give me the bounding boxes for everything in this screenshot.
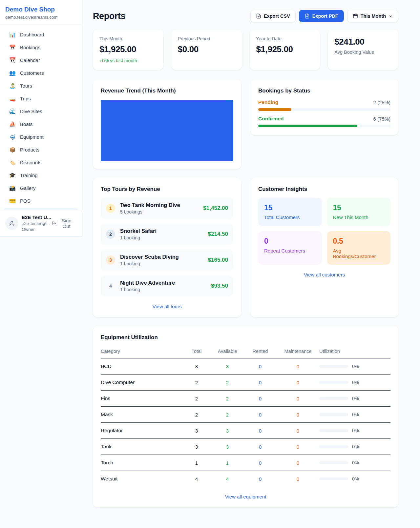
- equipment-utilization-cell: 0%: [319, 471, 390, 487]
- equipment-total: 1: [182, 455, 211, 471]
- sign-out-button[interactable]: Sign Out: [50, 217, 76, 229]
- gallery-icon: 📸: [9, 185, 16, 191]
- header-actions: Export CSV Export PDF This Month: [250, 10, 398, 22]
- status-count: 2 (25%): [373, 100, 390, 105]
- sidebar-item-dive-sites[interactable]: 🌊Dive Sites: [4, 105, 78, 118]
- utilization-bar: [319, 397, 348, 400]
- equipment-available: 2: [211, 407, 244, 423]
- status-bar-fill: [258, 108, 291, 111]
- equipment-category: Wetsuit: [101, 471, 182, 487]
- view-all-equipment-link[interactable]: View all equipment: [101, 494, 390, 499]
- equipment-maintenance: 0: [277, 358, 319, 375]
- equipment-available: 3: [211, 439, 244, 455]
- sidebar-item-dashboard[interactable]: 📊Dashboard: [4, 28, 78, 41]
- shop-header: Demo Dive Shop demo.test.divestreams.com: [0, 0, 82, 25]
- insight-tiles: 15 Total Customers 15 New This Month 0 R…: [258, 198, 390, 265]
- equipment-row: Regulator 3 3 0 0 0%: [101, 423, 390, 439]
- tile-repeat-customers: 0 Repeat Customers: [258, 231, 322, 265]
- utilization-bar: [319, 413, 348, 416]
- discounts-icon: 🏷️: [9, 159, 16, 166]
- equipment-maintenance: 0: [277, 423, 319, 439]
- equipment-maintenance: 0: [277, 391, 319, 407]
- equipment-utilization-cell: 0%: [319, 455, 390, 471]
- rank-badge: 3: [106, 255, 115, 265]
- period-selector-label: This Month: [361, 13, 386, 19]
- view-all-customers-link[interactable]: View all customers: [258, 272, 390, 277]
- tile-label: Total Customers: [264, 214, 316, 220]
- equipment-available: 2: [211, 391, 244, 407]
- sidebar-item-gallery[interactable]: 📸Gallery: [4, 182, 78, 194]
- sidebar-item-calendar[interactable]: 📆Calendar: [4, 54, 78, 67]
- sidebar-item-training[interactable]: 🎓Training: [4, 169, 78, 182]
- sidebar-item-label: Bookings: [20, 45, 40, 50]
- tile-new-this-month: 15 New This Month: [327, 198, 391, 226]
- tile-avg-bookings-per-customer: 0.5 Avg Bookings/Customer: [327, 231, 391, 265]
- equipment-total: 2: [182, 407, 211, 423]
- revenue-trend-chart: [101, 100, 233, 161]
- equipment-row: Dive Computer 2 2 0 0 0%: [101, 375, 390, 391]
- equipment-rented: 0: [244, 407, 277, 423]
- utilization-percent: 0%: [352, 460, 359, 465]
- stat-label: This Month: [99, 36, 157, 41]
- utilization-bar: [319, 477, 348, 480]
- equipment-rented: 0: [244, 423, 277, 439]
- sidebar-item-tours[interactable]: 🏝️Tours: [4, 79, 78, 92]
- charts-row: Revenue Trend (This Month) Bookings by S…: [93, 80, 398, 169]
- export-csv-button[interactable]: Export CSV: [250, 10, 296, 22]
- tour-bookings: 1 booking: [120, 287, 175, 292]
- sidebar-item-equipment[interactable]: 🤿Equipment: [4, 131, 78, 143]
- utilization-bar: [319, 461, 348, 464]
- equipment-category: Tank: [101, 439, 182, 455]
- equipment-available: 3: [211, 358, 244, 375]
- equipment-rented: 0: [244, 439, 277, 455]
- equipment-utilization-cell: 0%: [319, 391, 390, 407]
- equipment-maintenance: 0: [277, 471, 319, 487]
- status-item-confirmed: Confirmed 6 (75%): [258, 116, 390, 127]
- column-header-category: Category: [101, 346, 182, 358]
- sidebar-item-discounts[interactable]: 🏷️Discounts: [4, 156, 78, 169]
- sidebar-item-label: Equipment: [20, 134, 44, 140]
- equipment-maintenance: 0: [277, 455, 319, 471]
- tile-value: 0.5: [333, 237, 385, 246]
- card-title: Revenue Trend (This Month): [101, 88, 233, 94]
- tour-row: 2 Snorkel Safari 1 booking $214.50: [101, 224, 233, 245]
- user-icon: [9, 220, 15, 227]
- sidebar-item-customers[interactable]: 👥Customers: [4, 67, 78, 79]
- tour-name: Two Tank Morning Dive: [120, 202, 180, 208]
- utilization-percent: 0%: [352, 380, 359, 385]
- sidebar-item-label: Gallery: [20, 185, 36, 191]
- tour-bookings: 5 bookings: [120, 209, 180, 214]
- page-title: Reports: [93, 11, 125, 21]
- stat-delta: +0% vs last month: [99, 58, 157, 63]
- tile-value: 0: [264, 237, 316, 246]
- status-bar-fill: [258, 125, 357, 127]
- sidebar: Demo Dive Shop demo.test.divestreams.com…: [0, 0, 82, 236]
- export-pdf-button[interactable]: Export PDF: [299, 10, 344, 22]
- tile-value: 15: [264, 203, 316, 212]
- user-email: e2e-tester@...: [22, 221, 47, 227]
- status-label: Pending: [258, 99, 278, 105]
- equipment-category: Regulator: [101, 423, 182, 439]
- equipment-rented: 0: [244, 375, 277, 391]
- stat-card-year-to-date: Year to Date $1,925.00: [250, 30, 320, 70]
- column-header-total: Total: [182, 346, 211, 358]
- tile-label: New This Month: [333, 214, 385, 220]
- stat-card-avg-booking-value: $241.00 Avg Booking Value: [328, 30, 398, 70]
- tour-name: Night Dive Adventure: [120, 280, 175, 286]
- sidebar-item-bookings[interactable]: 📅Bookings: [4, 41, 78, 54]
- sidebar-item-boats[interactable]: ⛵Boats: [4, 118, 78, 131]
- tour-revenue: $1,452.00: [203, 205, 228, 212]
- chevron-down-icon: [388, 14, 393, 18]
- sidebar-item-products[interactable]: 📦Products: [4, 143, 78, 156]
- equipment-total: 2: [182, 391, 211, 407]
- view-all-tours-link[interactable]: View all tours: [101, 304, 233, 309]
- sidebar-item-pos[interactable]: 💳POS: [4, 194, 78, 207]
- period-selector[interactable]: This Month: [347, 10, 398, 22]
- card-title: Equipment Utilization: [101, 334, 390, 341]
- column-header-available: Available: [211, 346, 244, 358]
- main-content: Reports Export CSV Export PDF This Month: [82, 0, 398, 520]
- insights-row: Top Tours by Revenue 1 Two Tank Morning …: [93, 178, 398, 317]
- sidebar-item-trips[interactable]: 🚤Trips: [4, 92, 78, 105]
- sidebar-item-label: Tours: [20, 83, 32, 89]
- stat-value: $1,925.00: [256, 44, 314, 54]
